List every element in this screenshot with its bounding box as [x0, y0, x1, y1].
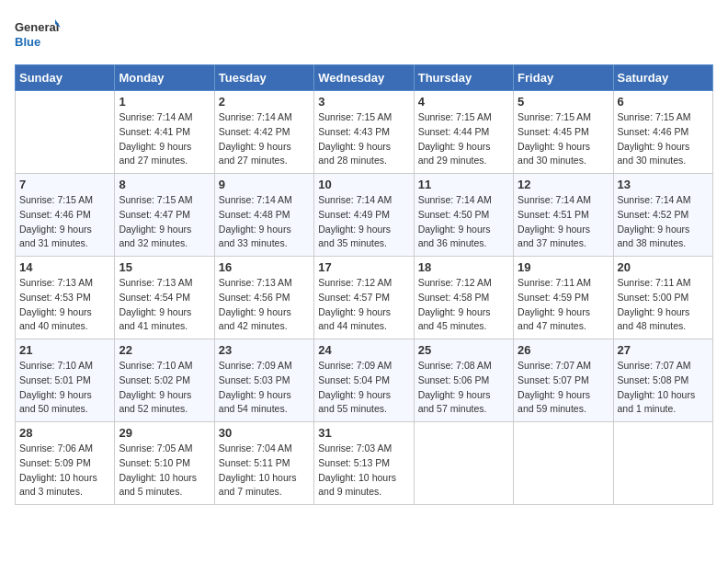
cell-info: Sunrise: 7:14 AM Sunset: 4:42 PM Dayligh…: [219, 110, 310, 168]
calendar-cell: 16Sunrise: 7:13 AM Sunset: 4:56 PM Dayli…: [214, 257, 313, 339]
day-number: 17: [318, 260, 409, 274]
day-number: 21: [19, 343, 110, 357]
cell-info: Sunrise: 7:14 AM Sunset: 4:51 PM Dayligh…: [518, 193, 609, 251]
cell-info: Sunrise: 7:11 AM Sunset: 5:00 PM Dayligh…: [618, 276, 709, 334]
cell-info: Sunrise: 7:13 AM Sunset: 4:54 PM Dayligh…: [119, 276, 210, 334]
day-number: 27: [618, 343, 709, 357]
calendar-cell: 26Sunrise: 7:07 AM Sunset: 5:07 PM Dayli…: [514, 339, 613, 422]
day-number: 8: [119, 178, 210, 191]
day-number: 15: [119, 260, 210, 274]
day-number: 9: [219, 178, 310, 191]
day-number: 14: [19, 260, 110, 274]
cell-info: Sunrise: 7:13 AM Sunset: 4:53 PM Dayligh…: [19, 276, 110, 334]
weekday-header-row: SundayMondayTuesdayWednesdayThursdayFrid…: [16, 65, 713, 91]
day-number: 6: [618, 95, 709, 109]
weekday-header-cell: Thursday: [414, 65, 513, 91]
calendar-week-row: 1Sunrise: 7:14 AM Sunset: 4:41 PM Daylig…: [16, 91, 713, 174]
calendar-cell: 19Sunrise: 7:11 AM Sunset: 4:59 PM Dayli…: [514, 257, 613, 339]
cell-info: Sunrise: 7:07 AM Sunset: 5:07 PM Dayligh…: [518, 359, 609, 417]
cell-info: Sunrise: 7:14 AM Sunset: 4:49 PM Dayligh…: [318, 193, 409, 251]
cell-info: Sunrise: 7:08 AM Sunset: 5:06 PM Dayligh…: [418, 359, 509, 417]
cell-info: Sunrise: 7:14 AM Sunset: 4:48 PM Dayligh…: [219, 193, 310, 251]
svg-text:Blue: Blue: [15, 35, 40, 49]
calendar-table: SundayMondayTuesdayWednesdayThursdayFrid…: [15, 64, 713, 505]
cell-info: Sunrise: 7:12 AM Sunset: 4:58 PM Dayligh…: [418, 276, 509, 334]
calendar-cell: 31Sunrise: 7:03 AM Sunset: 5:13 PM Dayli…: [314, 422, 414, 505]
day-number: 25: [418, 343, 509, 357]
cell-info: Sunrise: 7:15 AM Sunset: 4:44 PM Dayligh…: [418, 110, 509, 168]
logo: General Blue: [15, 15, 61, 53]
weekday-header-cell: Monday: [115, 65, 214, 91]
calendar-week-row: 28Sunrise: 7:06 AM Sunset: 5:09 PM Dayli…: [16, 422, 713, 505]
cell-info: Sunrise: 7:05 AM Sunset: 5:10 PM Dayligh…: [119, 442, 210, 500]
calendar-cell: 4Sunrise: 7:15 AM Sunset: 4:44 PM Daylig…: [414, 91, 513, 174]
calendar-cell: [16, 91, 115, 174]
calendar-week-row: 21Sunrise: 7:10 AM Sunset: 5:01 PM Dayli…: [16, 339, 713, 422]
cell-info: Sunrise: 7:12 AM Sunset: 4:57 PM Dayligh…: [318, 276, 409, 334]
day-number: 20: [618, 260, 709, 274]
calendar-cell: 6Sunrise: 7:15 AM Sunset: 4:46 PM Daylig…: [613, 91, 712, 174]
day-number: 7: [19, 178, 110, 191]
calendar-cell: 10Sunrise: 7:14 AM Sunset: 4:49 PM Dayli…: [314, 174, 414, 257]
calendar-body: 1Sunrise: 7:14 AM Sunset: 4:41 PM Daylig…: [16, 91, 713, 505]
calendar-week-row: 14Sunrise: 7:13 AM Sunset: 4:53 PM Dayli…: [16, 257, 713, 339]
calendar-cell: 30Sunrise: 7:04 AM Sunset: 5:11 PM Dayli…: [214, 422, 313, 505]
calendar-cell: 18Sunrise: 7:12 AM Sunset: 4:58 PM Dayli…: [414, 257, 513, 339]
day-number: 16: [219, 260, 310, 274]
calendar-cell: 8Sunrise: 7:15 AM Sunset: 4:47 PM Daylig…: [115, 174, 214, 257]
calendar-cell: 5Sunrise: 7:15 AM Sunset: 4:45 PM Daylig…: [514, 91, 613, 174]
cell-info: Sunrise: 7:09 AM Sunset: 5:04 PM Dayligh…: [318, 359, 409, 417]
calendar-cell: 14Sunrise: 7:13 AM Sunset: 4:53 PM Dayli…: [16, 257, 115, 339]
calendar-cell: 25Sunrise: 7:08 AM Sunset: 5:06 PM Dayli…: [414, 339, 513, 422]
weekday-header-cell: Wednesday: [314, 65, 414, 91]
day-number: 1: [119, 95, 210, 109]
cell-info: Sunrise: 7:15 AM Sunset: 4:46 PM Dayligh…: [19, 193, 110, 251]
day-number: 28: [19, 426, 110, 440]
day-number: 29: [119, 426, 210, 440]
calendar-cell: 20Sunrise: 7:11 AM Sunset: 5:00 PM Dayli…: [613, 257, 712, 339]
cell-info: Sunrise: 7:15 AM Sunset: 4:43 PM Dayligh…: [318, 110, 409, 168]
weekday-header-cell: Tuesday: [214, 65, 313, 91]
calendar-cell: 15Sunrise: 7:13 AM Sunset: 4:54 PM Dayli…: [115, 257, 214, 339]
cell-info: Sunrise: 7:13 AM Sunset: 4:56 PM Dayligh…: [219, 276, 310, 334]
calendar-cell: [613, 422, 712, 505]
cell-info: Sunrise: 7:10 AM Sunset: 5:02 PM Dayligh…: [119, 359, 210, 417]
day-number: 23: [219, 343, 310, 357]
cell-info: Sunrise: 7:09 AM Sunset: 5:03 PM Dayligh…: [219, 359, 310, 417]
calendar-cell: 9Sunrise: 7:14 AM Sunset: 4:48 PM Daylig…: [214, 174, 313, 257]
svg-text:General: General: [15, 20, 59, 34]
calendar-cell: 1Sunrise: 7:14 AM Sunset: 4:41 PM Daylig…: [115, 91, 214, 174]
calendar-cell: [414, 422, 513, 505]
cell-info: Sunrise: 7:14 AM Sunset: 4:41 PM Dayligh…: [119, 110, 210, 168]
logo-svg: General Blue: [15, 15, 61, 53]
calendar-cell: 27Sunrise: 7:07 AM Sunset: 5:08 PM Dayli…: [613, 339, 712, 422]
weekday-header-cell: Sunday: [16, 65, 115, 91]
page-header: General Blue: [15, 15, 713, 53]
calendar-cell: 12Sunrise: 7:14 AM Sunset: 4:51 PM Dayli…: [514, 174, 613, 257]
day-number: 30: [219, 426, 310, 440]
calendar-week-row: 7Sunrise: 7:15 AM Sunset: 4:46 PM Daylig…: [16, 174, 713, 257]
cell-info: Sunrise: 7:11 AM Sunset: 4:59 PM Dayligh…: [518, 276, 609, 334]
day-number: 22: [119, 343, 210, 357]
day-number: 5: [518, 95, 609, 109]
calendar-cell: 17Sunrise: 7:12 AM Sunset: 4:57 PM Dayli…: [314, 257, 414, 339]
calendar-cell: 22Sunrise: 7:10 AM Sunset: 5:02 PM Dayli…: [115, 339, 214, 422]
day-number: 11: [418, 178, 509, 191]
cell-info: Sunrise: 7:14 AM Sunset: 4:52 PM Dayligh…: [618, 193, 709, 251]
day-number: 3: [318, 95, 409, 109]
calendar-cell: 13Sunrise: 7:14 AM Sunset: 4:52 PM Dayli…: [613, 174, 712, 257]
cell-info: Sunrise: 7:15 AM Sunset: 4:46 PM Dayligh…: [618, 110, 709, 168]
cell-info: Sunrise: 7:04 AM Sunset: 5:11 PM Dayligh…: [219, 442, 310, 500]
calendar-cell: [514, 422, 613, 505]
calendar-cell: 11Sunrise: 7:14 AM Sunset: 4:50 PM Dayli…: [414, 174, 513, 257]
calendar-cell: 29Sunrise: 7:05 AM Sunset: 5:10 PM Dayli…: [115, 422, 214, 505]
calendar-cell: 28Sunrise: 7:06 AM Sunset: 5:09 PM Dayli…: [16, 422, 115, 505]
weekday-header-cell: Saturday: [613, 65, 712, 91]
cell-info: Sunrise: 7:14 AM Sunset: 4:50 PM Dayligh…: [418, 193, 509, 251]
calendar-cell: 7Sunrise: 7:15 AM Sunset: 4:46 PM Daylig…: [16, 174, 115, 257]
day-number: 19: [518, 260, 609, 274]
day-number: 18: [418, 260, 509, 274]
day-number: 26: [518, 343, 609, 357]
cell-info: Sunrise: 7:15 AM Sunset: 4:45 PM Dayligh…: [518, 110, 609, 168]
day-number: 31: [318, 426, 409, 440]
